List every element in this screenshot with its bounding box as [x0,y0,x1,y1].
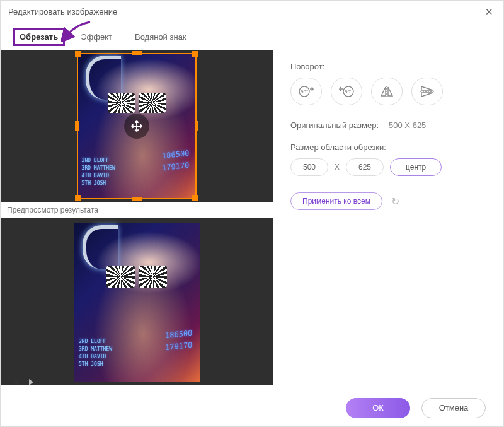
decorative-numbers: 186500 179170 [165,327,192,354]
prev-image-icon[interactable] [8,376,21,389]
tab-watermark[interactable]: Водяной знак [130,30,192,44]
source-image[interactable]: 2ND ELOFF 3RD MATTHEW 4TH DAVID 5TH JOSH… [77,53,197,199]
crop-area-label: Размер области обрезки: [290,143,484,152]
tab-effect[interactable]: Эффект [76,30,117,44]
crop-handle-br[interactable] [192,195,198,201]
crop-handle-tl[interactable] [75,51,81,57]
crop-handle-r[interactable] [195,121,198,131]
image-nav [8,376,38,389]
right-panel: Поворот: 90° 90° [273,50,503,389]
apply-row: Применить ко всем ↻ [290,192,484,210]
crop-size-row: X центр [290,158,484,176]
crop-handle-t[interactable] [132,51,142,55]
crop-height-input[interactable] [346,158,384,176]
svg-text:90°: 90° [301,89,308,95]
preview-stage: 2ND ELOFF 3RD MATTHEW 4TH DAVID 5TH JOSH… [1,218,273,385]
center-button[interactable]: центр [390,158,442,176]
crop-handle-b[interactable] [132,197,142,201]
close-icon[interactable]: ✕ [483,6,496,18]
crop-width-input[interactable] [290,158,328,176]
original-size-label: Оригинальный размер: [290,120,379,130]
move-icon[interactable] [124,114,149,139]
original-size-row: Оригинальный размер: 500 X 625 [290,120,484,130]
apply-all-button[interactable]: Применить ко всем [290,192,382,210]
cancel-button[interactable]: Отмена [421,398,486,418]
crop-stage[interactable]: 2ND ELOFF 3RD MATTHEW 4TH DAVID 5TH JOSH… [1,50,273,202]
dialog-title: Редактировать изображение [8,7,117,16]
edit-image-dialog: Редактировать изображение ✕ Обрезать Эфф… [0,0,504,427]
flip-vertical-button[interactable] [411,78,443,105]
decorative-text: 2ND ELOFF 3RD MATTHEW 4TH DAVID 5TH JOSH [79,338,112,368]
decorative-neon [83,225,118,269]
ok-button[interactable]: ОК [346,398,410,418]
titlebar: Редактировать изображение ✕ [1,1,503,23]
reset-icon[interactable]: ↻ [391,196,399,208]
preview-label: Предпросмотр результата [1,202,273,218]
decorative-glasses [106,266,167,288]
preview-image: 2ND ELOFF 3RD MATTHEW 4TH DAVID 5TH JOSH… [74,223,200,382]
crop-handle-tr[interactable] [192,51,198,57]
tab-crop[interactable]: Обрезать [14,30,63,44]
crop-handle-bl[interactable] [75,195,81,201]
rotate-ccw-button[interactable]: 90° [331,78,362,105]
rotate-cw-button[interactable]: 90° [290,78,322,105]
original-size-value: 500 X 625 [389,120,426,130]
left-panel: 2ND ELOFF 3RD MATTHEW 4TH DAVID 5TH JOSH… [1,50,273,389]
dialog-content: 2ND ELOFF 3RD MATTHEW 4TH DAVID 5TH JOSH… [1,50,503,389]
next-image-icon[interactable] [26,376,38,389]
rotate-label: Поворот: [290,62,484,71]
svg-text:90°: 90° [345,89,352,95]
dialog-footer: ОК Отмена [1,389,503,426]
flip-horizontal-button[interactable] [371,78,403,105]
x-separator: X [335,163,340,172]
tabs-bar: Обрезать Эффект Водяной знак [1,23,503,50]
crop-handle-l[interactable] [75,121,79,131]
rotate-toolbar: 90° 90° [290,78,484,105]
